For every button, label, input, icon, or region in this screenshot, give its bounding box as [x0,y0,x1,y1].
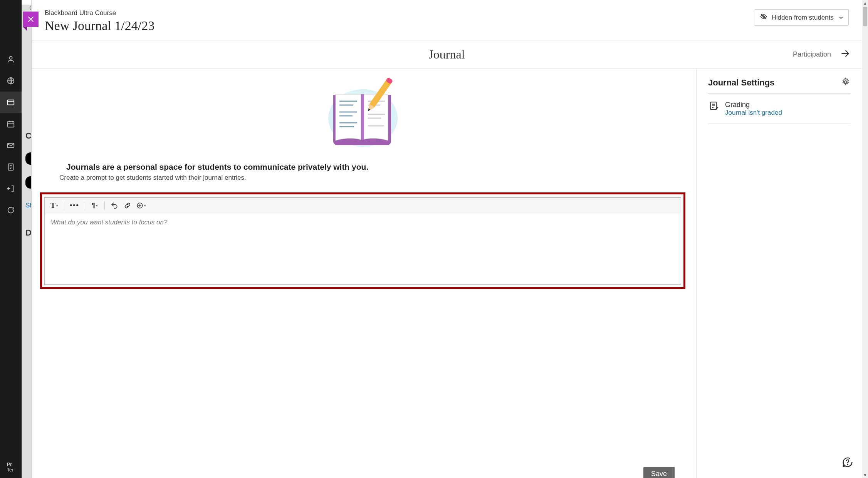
course-name: Blackboard Ultra Course [45,9,154,17]
scroll-up-icon[interactable]: ▲ [862,0,868,6]
sub-header: Journal Participation [32,40,862,69]
editor-toolbar: T▾ ••• ¶▾ [45,198,681,213]
link-button[interactable] [122,200,133,211]
settings-sidebar: Journal Settings Grading Journal isn't g… [696,69,862,478]
section-title: Journal [32,47,862,62]
journal-illustration-icon [322,76,403,151]
nav-refresh-icon[interactable] [0,199,22,221]
save-button[interactable]: Save [643,467,675,478]
editor-textarea[interactable]: What do you want students to focus on? [45,213,681,284]
help-button[interactable] [842,456,853,470]
background-footer: Pri Ter [7,462,13,473]
svg-rect-3 [8,122,14,127]
participation-label: Participation [793,50,831,58]
main-content: Journals are a personal space for studen… [32,69,696,478]
more-options-button[interactable]: ••• [68,200,81,211]
global-nav-rail [0,0,22,478]
svg-point-25 [844,81,847,83]
svg-point-27 [847,464,848,465]
editor-highlight-box: T▾ ••• ¶▾ [40,192,685,289]
visibility-dropdown[interactable]: Hidden from students [754,9,849,26]
browser-scrollbar[interactable]: ▲ ▼ [862,0,868,478]
scroll-down-icon[interactable]: ▼ [862,472,868,478]
participation-link[interactable]: Participation [793,48,850,60]
nav-signout-icon[interactable] [0,178,22,199]
grading-settings-row: Grading Journal isn't graded [708,94,850,124]
undo-button[interactable] [109,200,120,211]
nav-profile-icon[interactable] [0,48,22,70]
panel-header: Blackboard Ultra Course New Journal 1/24… [32,0,862,40]
svg-rect-2 [8,100,14,105]
nav-messages-icon[interactable] [0,135,22,156]
paragraph-format-button[interactable]: ¶▾ [89,200,101,211]
intro-heading: Journals are a personal space for studen… [66,162,685,172]
intro-subtext: Create a prompt to get students started … [59,174,685,182]
settings-gear-button[interactable] [841,77,850,88]
nav-grades-icon[interactable] [0,156,22,178]
nav-courses-icon[interactable] [0,92,22,113]
rich-text-editor: T▾ ••• ¶▾ [44,197,681,285]
journal-title[interactable]: New Journal 1/24/23 [45,18,154,33]
settings-title: Journal Settings [708,78,774,88]
visibility-hidden-icon [760,13,767,22]
svg-point-0 [9,57,12,59]
nav-institution-icon[interactable] [0,70,22,92]
grading-icon [709,101,720,112]
svg-rect-8 [361,94,364,140]
grading-status-link[interactable]: Journal isn't graded [725,109,782,117]
journal-panel: Blackboard Ultra Course New Journal 1/24… [31,0,862,478]
close-panel-button[interactable] [23,12,39,27]
grading-label: Grading [725,101,782,109]
scroll-thumb[interactable] [863,7,867,26]
nav-calendar-icon[interactable] [0,113,22,135]
nav-logo-icon [0,15,22,37]
visibility-label: Hidden from students [771,14,834,22]
text-style-button[interactable]: T▾ [49,200,60,211]
caret-down-icon [839,14,843,22]
arrow-right-icon [840,48,850,60]
insert-button[interactable]: ▾ [135,200,148,211]
